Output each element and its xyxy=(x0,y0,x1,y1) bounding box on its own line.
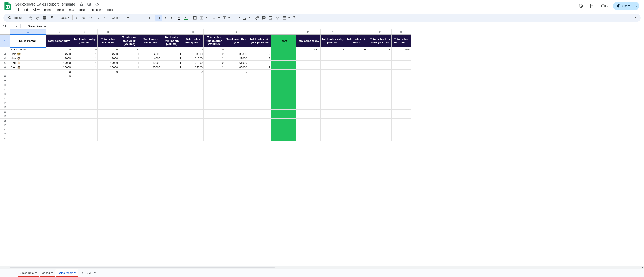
cell-K18[interactable] xyxy=(248,119,271,123)
cell-I19[interactable] xyxy=(204,123,225,127)
cell-O6[interactable] xyxy=(345,65,368,70)
cell-G10[interactable] xyxy=(161,83,182,87)
cell-I18[interactable] xyxy=(204,119,225,123)
cell-D3[interactable]: 4500 xyxy=(98,52,119,56)
cell-B3[interactable]: 4500 xyxy=(46,52,72,56)
cell-J7[interactable]: 0 xyxy=(225,70,248,74)
cell-P11[interactable] xyxy=(368,87,392,92)
cell-D13[interactable] xyxy=(98,96,119,101)
v-align-dropdown[interactable] xyxy=(228,18,231,19)
sheet-tab-sales-report[interactable]: Sales report xyxy=(55,269,78,277)
cell-P17[interactable] xyxy=(368,114,392,119)
cell-D16[interactable] xyxy=(98,110,119,114)
cell-Q19[interactable] xyxy=(392,123,411,127)
table-view-button[interactable] xyxy=(281,15,288,21)
cell-J10[interactable] xyxy=(225,83,248,87)
cell-Q11[interactable] xyxy=(392,87,411,92)
cell-J11[interactable] xyxy=(225,87,248,92)
cell-D20[interactable] xyxy=(98,127,119,132)
cell-O2[interactable]: 52500 xyxy=(345,47,368,52)
cell-A3[interactable]: Dale 🤓 xyxy=(10,52,46,56)
cell-J6[interactable]: 65000 xyxy=(225,65,248,70)
cell-A7[interactable] xyxy=(10,70,46,74)
cell-O22[interactable] xyxy=(345,136,368,141)
row-header-13[interactable]: 13 xyxy=(0,96,10,101)
row-header-9[interactable]: 9 xyxy=(0,79,10,83)
cell-N14[interactable] xyxy=(320,101,345,105)
cell-G13[interactable] xyxy=(161,96,182,101)
sheets-app-icon[interactable] xyxy=(4,2,12,10)
cell-F13[interactable] xyxy=(140,96,161,101)
cell-A8[interactable] xyxy=(10,74,46,79)
cell-J17[interactable] xyxy=(225,114,248,119)
cell-K7[interactable]: 0 xyxy=(248,70,271,74)
cell-N6[interactable] xyxy=(320,65,345,70)
increase-decimal-button[interactable]: .00 xyxy=(94,15,100,21)
cell-E21[interactable] xyxy=(119,132,140,136)
column-header-J[interactable]: J xyxy=(225,30,248,35)
cell-I10[interactable] xyxy=(204,83,225,87)
zoom-select[interactable]: 100% xyxy=(57,15,71,21)
cell-I22[interactable] xyxy=(204,136,225,141)
cell-N19[interactable] xyxy=(320,123,345,127)
cell-G18[interactable] xyxy=(161,119,182,123)
cell-K20[interactable] xyxy=(248,127,271,132)
cell-K17[interactable] xyxy=(248,114,271,119)
cell-C8[interactable] xyxy=(72,74,98,79)
column-header-O[interactable]: O xyxy=(345,30,368,35)
cell-B11[interactable] xyxy=(46,87,72,92)
cell-F18[interactable] xyxy=(140,119,161,123)
cell-B20[interactable] xyxy=(46,127,72,132)
cell-M12[interactable] xyxy=(296,92,320,96)
cell-A18[interactable] xyxy=(10,119,46,123)
column-header-M[interactable]: M xyxy=(296,30,320,35)
chevron-down-icon[interactable] xyxy=(74,272,76,273)
cell-I7[interactable] xyxy=(204,70,225,74)
cell-A12[interactable] xyxy=(10,92,46,96)
row-header-6[interactable]: 6 xyxy=(0,65,10,70)
cell-B19[interactable] xyxy=(46,123,72,127)
cell-D12[interactable] xyxy=(98,92,119,96)
cell-E12[interactable] xyxy=(119,92,140,96)
cell-O13[interactable] xyxy=(345,96,368,101)
cell-L10[interactable] xyxy=(271,83,296,87)
history-icon[interactable] xyxy=(577,2,585,10)
cell-M7[interactable] xyxy=(296,70,320,74)
chevron-down-icon[interactable] xyxy=(51,272,53,273)
comments-icon[interactable] xyxy=(588,2,596,10)
cell-F9[interactable] xyxy=(140,79,161,83)
cell-C16[interactable] xyxy=(72,110,98,114)
cell-L18[interactable] xyxy=(271,119,296,123)
cell-C14[interactable] xyxy=(72,101,98,105)
cell-B9[interactable] xyxy=(46,79,72,83)
share-dropdown[interactable] xyxy=(634,2,639,10)
menu-view[interactable]: View xyxy=(32,7,41,12)
format-123-button[interactable]: 123 xyxy=(101,15,108,21)
cell-H10[interactable] xyxy=(182,83,204,87)
cell-M19[interactable] xyxy=(296,123,320,127)
cell-B1[interactable]: Total sales today xyxy=(46,35,72,47)
cell-A22[interactable] xyxy=(10,136,46,141)
cell-H18[interactable] xyxy=(182,119,204,123)
cell-N16[interactable] xyxy=(320,110,345,114)
cell-P22[interactable] xyxy=(368,136,392,141)
cell-C11[interactable] xyxy=(72,87,98,92)
cell-P9[interactable] xyxy=(368,79,392,83)
cell-H6[interactable]: 65000 xyxy=(182,65,204,70)
cell-P20[interactable] xyxy=(368,127,392,132)
cell-H22[interactable] xyxy=(182,136,204,141)
move-folder-icon[interactable] xyxy=(87,2,92,7)
cell-I17[interactable] xyxy=(204,114,225,119)
cell-I11[interactable] xyxy=(204,87,225,92)
cell-Q10[interactable] xyxy=(392,83,411,87)
cell-D19[interactable] xyxy=(98,123,119,127)
cell-Q1[interactable]: Total sales this month xyxy=(392,35,411,47)
cell-J18[interactable] xyxy=(225,119,248,123)
cell-E5[interactable]: 1 xyxy=(119,61,140,65)
cell-D15[interactable] xyxy=(98,105,119,110)
cell-L19[interactable] xyxy=(271,123,296,127)
cell-C21[interactable] xyxy=(72,132,98,136)
cell-P8[interactable] xyxy=(368,74,392,79)
cell-G22[interactable] xyxy=(161,136,182,141)
cell-C7[interactable] xyxy=(72,70,98,74)
